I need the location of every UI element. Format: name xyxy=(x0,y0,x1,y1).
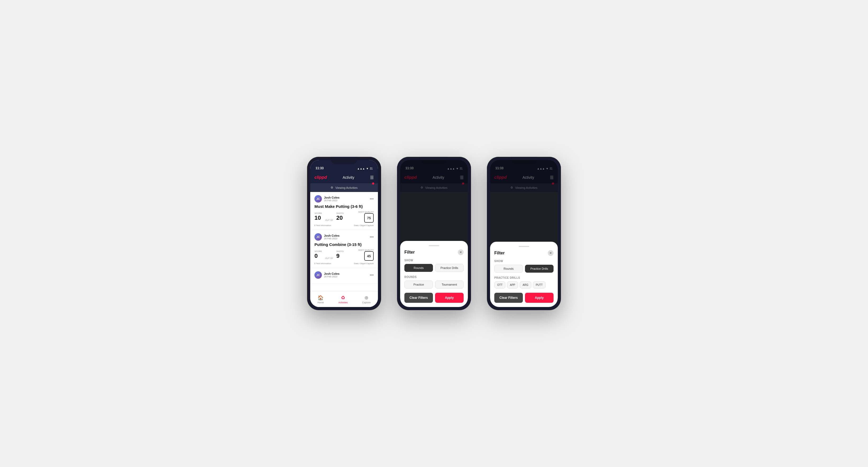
user-info-2: JC Josh Coles 28 Feb 2023 xyxy=(314,233,340,241)
user-name-1: Josh Coles xyxy=(324,196,340,199)
drag-handle-3 xyxy=(519,246,529,247)
user-date-3: 28 Feb 2023 xyxy=(324,275,340,278)
tournament-btn-2[interactable]: Tournament xyxy=(435,281,464,288)
sq-badge-1: 75 xyxy=(364,213,374,223)
activity-card-1: JC Josh Coles 28 Feb 2023 ••• Must Make … xyxy=(310,192,378,230)
clear-btn-3[interactable]: Clear Filters xyxy=(494,293,523,303)
practice-drills-section-label-3: Practice Drills xyxy=(494,276,554,279)
viewing-bar-1[interactable]: ⚙ Viewing Activities xyxy=(310,183,378,192)
activities-label: Activities xyxy=(338,301,348,304)
home-label: Home xyxy=(317,301,324,304)
menu-icon-1[interactable]: ☰ xyxy=(370,175,374,180)
rounds-show-btn-2[interactable]: Rounds xyxy=(404,264,433,272)
user-name-2: Josh Coles xyxy=(324,234,340,237)
card-header-3: JC Josh Coles 28 Feb 2023 ••• xyxy=(314,271,374,279)
rounds-section-label-2: Rounds xyxy=(404,276,464,278)
phone-2: 11:33 ▲▲▲ ▼ 31 clippd Activity ☰ ⚙ Viewi… xyxy=(397,157,471,310)
out-of-2: OUT OF xyxy=(325,257,333,259)
test-info-2[interactable]: ℹ Test Information xyxy=(314,262,331,265)
filter-actions-2: Clear Filters Apply xyxy=(404,293,464,303)
user-name-3: Josh Coles xyxy=(324,272,340,275)
red-dot-1 xyxy=(372,183,374,185)
stats-row-2: Score 0 OUT OF Shots 9 Shot Quality 45 xyxy=(314,249,374,261)
card-header-2: JC Josh Coles 28 Feb 2023 ••• xyxy=(314,233,374,241)
clear-btn-2[interactable]: Clear Filters xyxy=(404,293,433,303)
arg-btn-3[interactable]: ARG xyxy=(520,281,531,288)
filter-icon: ⚙ xyxy=(331,186,333,189)
user-info-3: JC Josh Coles 28 Feb 2023 xyxy=(314,271,340,279)
sq-label-2: Shot Quality xyxy=(358,249,374,251)
filter-sheet-3: Filter ✕ Show Rounds Practice Drills Pra… xyxy=(490,242,558,307)
logo-1: clippd xyxy=(314,175,327,180)
show-btn-row-2: Rounds Practice Drills xyxy=(404,264,464,272)
apply-btn-3[interactable]: Apply xyxy=(525,293,554,303)
out-of-1: OUT OF xyxy=(325,219,333,221)
data-info-1: Data: Clippd Capture xyxy=(354,224,374,227)
avatar-1: JC xyxy=(314,195,322,203)
score-value-2: 0 xyxy=(314,253,322,259)
practice-drills-show-btn-3[interactable]: Practice Drills xyxy=(525,265,554,273)
more-btn-1[interactable]: ••• xyxy=(370,197,374,201)
nav-item-activities-1[interactable]: ♻ Activities xyxy=(338,295,348,304)
practice-drills-show-btn-2[interactable]: Practice Drills xyxy=(435,264,464,272)
status-time-1: 11:33 xyxy=(315,166,324,170)
show-label-2: Show xyxy=(404,259,464,262)
putt-btn-3[interactable]: PUTT xyxy=(533,281,546,288)
nav-title-1: Activity xyxy=(342,175,354,180)
rounds-type-row-2: Practice Tournament xyxy=(404,281,464,288)
user-date-2: 28 Feb 2023 xyxy=(324,237,340,240)
show-btn-row-3: Rounds Practice Drills xyxy=(494,265,554,273)
signal-icon: ▲▲▲ xyxy=(357,167,365,170)
shots-label-2: Shots xyxy=(336,250,344,253)
capture-label: Capture xyxy=(362,301,371,304)
wifi-icon: ▼ xyxy=(366,167,369,170)
more-btn-3[interactable]: ••• xyxy=(370,273,374,277)
nav-item-capture-1[interactable]: ⊕ Capture xyxy=(362,295,371,304)
activity-card-2: JC Josh Coles 28 Feb 2023 ••• Putting Co… xyxy=(310,230,378,268)
filter-title-3: Filter xyxy=(494,251,505,255)
rounds-show-btn-3[interactable]: Rounds xyxy=(494,265,523,273)
ott-btn-3[interactable]: OTT xyxy=(494,281,505,288)
viewing-label-1: Viewing Activities xyxy=(335,186,358,189)
card-footer-2: ℹ Test Information Data: Clippd Capture xyxy=(314,262,374,265)
status-icons-1: ▲▲▲ ▼ 31 xyxy=(357,167,373,170)
filter-sheet-2: Filter ✕ Show Rounds Practice Drills Rou… xyxy=(400,241,468,307)
filter-close-3[interactable]: ✕ xyxy=(548,250,554,256)
viewing-bar-wrapper-1: ⚙ Viewing Activities xyxy=(310,183,378,192)
filter-close-2[interactable]: ✕ xyxy=(458,249,464,255)
card-header-1: JC Josh Coles 28 Feb 2023 ••• xyxy=(314,195,374,203)
shots-value-2: 9 xyxy=(336,253,344,259)
drill-btn-row-3: OTT APP ARG PUTT xyxy=(494,281,554,288)
home-icon: 🏠 xyxy=(318,295,323,301)
app-btn-3[interactable]: APP xyxy=(507,281,518,288)
stats-row-1: Score 10 OUT OF Shots 20 Shot Quality 75 xyxy=(314,211,374,223)
filter-actions-3: Clear Filters Apply xyxy=(494,293,554,303)
phone-3: 11:33 ▲▲▲ ▼ 31 clippd Activity ☰ ⚙ Viewi… xyxy=(487,157,561,310)
practice-round-btn-2[interactable]: Practice xyxy=(404,281,433,288)
card-footer-1: ℹ Test Information Data: Clippd Capture xyxy=(314,224,374,227)
more-btn-2[interactable]: ••• xyxy=(370,235,374,239)
nav-item-home-1[interactable]: 🏠 Home xyxy=(317,295,324,304)
score-label-2: Score xyxy=(314,250,322,253)
activities-icon: ♻ xyxy=(341,295,345,301)
user-date-1: 28 Feb 2023 xyxy=(324,199,340,202)
phone-1: 11:33 ▲▲▲ ▼ 31 clippd Activity ☰ ⚙ Viewi… xyxy=(307,157,381,310)
show-label-3: Show xyxy=(494,260,554,262)
drag-handle-2 xyxy=(429,245,439,246)
filter-title-2: Filter xyxy=(404,250,415,255)
avatar-2: JC xyxy=(314,233,322,241)
user-info-1: JC Josh Coles 28 Feb 2023 xyxy=(314,195,340,203)
test-info-1[interactable]: ℹ Test Information xyxy=(314,224,331,227)
filter-header-3: Filter ✕ xyxy=(494,250,554,256)
battery-icon: 31 xyxy=(370,167,373,170)
activity-title-2: Putting Combine (3-15 ft) xyxy=(314,242,374,247)
avatar-3: JC xyxy=(314,271,322,279)
scene: 11:33 ▲▲▲ ▼ 31 clippd Activity ☰ ⚙ Viewi… xyxy=(291,141,577,326)
apply-btn-2[interactable]: Apply xyxy=(435,293,464,303)
score-value-1: 10 xyxy=(314,214,322,221)
shots-value-1: 20 xyxy=(336,214,344,221)
phone-content-1: JC Josh Coles 28 Feb 2023 ••• Must Make … xyxy=(310,192,378,291)
sq-badge-2: 45 xyxy=(364,251,374,261)
data-info-2: Data: Clippd Capture xyxy=(354,262,374,265)
activity-title-1: Must Make Putting (3-6 ft) xyxy=(314,204,374,209)
